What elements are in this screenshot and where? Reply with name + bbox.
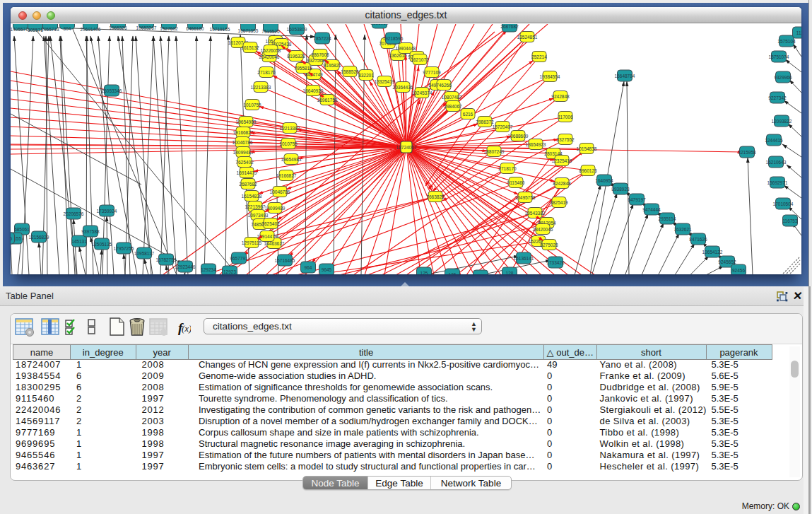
svg-text:12923446: 12923446 [175,264,196,269]
svg-text:16782759: 16782759 [156,257,177,262]
svg-text:16914479: 16914479 [237,170,257,175]
svg-text:16640920: 16640920 [303,88,324,93]
svg-text:8327552: 8327552 [556,137,575,142]
svg-text:10245374: 10245374 [412,90,433,95]
svg-text:15692971: 15692971 [767,180,788,185]
svg-text:8242848: 8242848 [553,181,571,186]
svg-text:3825419: 3825419 [550,200,568,205]
svg-text:7986372: 7986372 [476,119,494,124]
svg-text:17359924: 17359924 [97,209,117,214]
svg-text:13495758: 13495758 [515,195,536,200]
svg-text:6216: 6216 [463,112,473,117]
svg-text:1010755: 1010755 [243,103,261,107]
svg-text:112: 112 [796,30,801,35]
svg-text:17957255: 17957255 [114,246,134,251]
svg-text:2984067: 2984067 [444,104,462,109]
svg-text:2867608: 2867608 [311,52,329,57]
svg-text:8196328: 8196328 [287,54,305,59]
svg-text:(x): (x) [182,323,191,334]
svg-text:19166827: 19166827 [233,130,254,135]
svg-text:125: 125 [420,271,428,275]
svg-text:8471626: 8471626 [689,237,707,242]
svg-text:10654122: 10654122 [702,250,723,255]
svg-text:128: 128 [506,271,514,275]
svg-text:20206576: 20206576 [64,211,84,216]
svg-text:12213383: 12213383 [280,126,300,131]
svg-text:7955812: 7955812 [294,66,312,71]
svg-text:10154838: 10154838 [577,146,597,151]
svg-text:304: 304 [64,26,71,31]
svg-text:1733426: 1733426 [546,260,565,265]
svg-text:1010755: 1010755 [279,141,298,146]
svg-text:126: 126 [449,272,457,275]
svg-text:9657791: 9657791 [230,256,248,261]
svg-text:10046786: 10046786 [233,140,253,145]
svg-text:2055713: 2055713 [41,27,59,32]
svg-text:15751074: 15751074 [769,54,789,59]
svg-text:7632621: 7632621 [673,227,692,232]
svg-text:19218596: 19218596 [383,36,404,41]
svg-text:20691406: 20691406 [81,27,101,32]
svg-text:19904448: 19904448 [396,46,416,51]
svg-text:12093822: 12093822 [772,119,792,124]
svg-text:15720407: 15720407 [493,124,513,129]
svg-text:8813054: 8813054 [370,24,389,25]
svg-text:1640954: 1640954 [595,178,613,183]
svg-text:10958117: 10958117 [134,251,155,256]
svg-text:12975115: 12975115 [242,240,262,245]
svg-text:16210643: 16210643 [766,160,787,165]
svg-text:10653267: 10653267 [136,25,157,30]
svg-text:13654923: 13654923 [526,142,546,147]
svg-text:19654983: 19654983 [236,119,257,124]
svg-text:19654983: 19654983 [281,157,302,162]
svg-text:17010504: 17010504 [773,201,794,206]
svg-text:8960123: 8960123 [579,168,597,173]
svg-text:1575104: 1575104 [777,39,796,44]
svg-text:117006: 117006 [558,115,573,119]
svg-text:10688609: 10688609 [508,134,529,139]
svg-text:129234: 129234 [201,267,216,272]
svg-text:9146821: 9146821 [323,63,341,68]
svg-text:9245652: 9245652 [718,259,736,264]
svg-text:10973493: 10973493 [248,213,269,218]
svg-text:1065326: 1065326 [109,25,127,30]
svg-text:14099489: 14099489 [265,206,286,211]
svg-text:746266: 746266 [436,83,452,88]
svg-text:92456: 92456 [732,268,745,273]
svg-text:9474444: 9474444 [642,207,661,212]
svg-text:252214: 252214 [531,54,547,59]
svg-text:12505135: 12505135 [92,242,112,247]
svg-text:16671355: 16671355 [238,28,259,33]
svg-text:7663822: 7663822 [426,194,445,199]
svg-text:12325419: 12325419 [552,158,572,163]
svg-text:10807487: 10807487 [442,95,462,100]
svg-text:8938923: 8938923 [611,187,630,192]
svg-text:16648784: 16648784 [615,74,635,78]
svg-text:9115460: 9115460 [507,180,525,185]
svg-text:964: 964 [305,265,312,270]
svg-text:8275028: 8275028 [540,243,558,247]
svg-text:9777109: 9777109 [423,70,441,75]
svg-text:2718170: 2718170 [257,70,276,75]
svg-text:2718170: 2718170 [498,166,517,171]
svg-text:9397588: 9397588 [81,229,100,234]
svg-text:15136141: 15136141 [514,256,534,261]
svg-text:10046786: 10046786 [270,189,290,194]
svg-text:1527602: 1527602 [160,26,178,31]
svg-text:9242848: 9242848 [551,94,570,99]
svg-text:7625402: 7625402 [235,160,254,165]
svg-text:20364436: 20364436 [393,85,413,90]
svg-text:12923: 12923 [223,269,236,274]
svg-text:9645: 9645 [322,267,332,272]
svg-text:10543382: 10543382 [525,211,546,216]
svg-text:2687682: 2687682 [500,24,519,29]
svg-text:1244415: 1244415 [765,138,783,143]
svg-text:13325419: 13325419 [375,79,395,84]
svg-text:6466160: 6466160 [186,26,204,31]
svg-text:6479197: 6479197 [628,197,646,202]
svg-text:9227342: 9227342 [768,95,787,100]
svg-text:12213967: 12213967 [245,204,266,209]
svg-text:16053809: 16053809 [287,27,307,32]
svg-text:7857224: 7857224 [313,36,331,41]
svg-text:832201: 832201 [358,73,374,78]
